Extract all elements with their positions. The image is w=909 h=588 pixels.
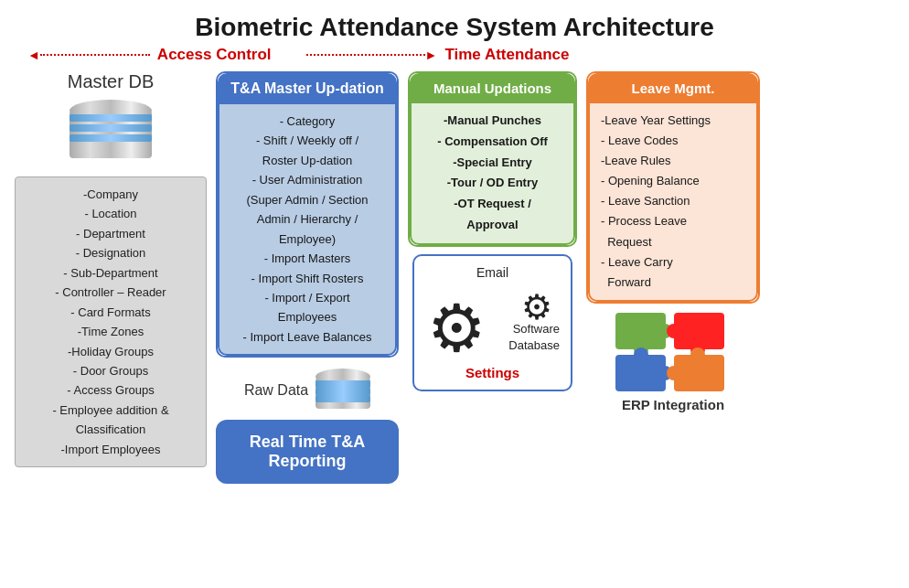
ta-master-box: T&A Master Up-dation - Category - Shift … <box>216 71 399 358</box>
master-item: - Card Formats <box>25 303 197 322</box>
settings-title: Settings <box>423 365 561 380</box>
master-item: - Designation <box>25 243 197 262</box>
master-item: -Import Employees <box>25 440 197 459</box>
svg-point-4 <box>667 324 681 338</box>
master-item: - Department <box>25 224 197 243</box>
ta-master-heading: T&A Master Up-dation <box>218 73 397 104</box>
leave-column: Leave Mgmt. -Leave Year Settings - Leave… <box>586 71 760 412</box>
manual-updations-box: Manual Updations -Manual Punches - Compe… <box>408 71 577 247</box>
master-item: Classification <box>25 420 197 439</box>
leave-mgmt-box: Leave Mgmt. -Leave Year Settings - Leave… <box>586 71 760 304</box>
manual-column: Manual Updations -Manual Punches - Compe… <box>408 71 577 391</box>
header-arrows: ◄ Access Control ► Time Attendance <box>0 46 909 64</box>
erp-box: ERP Integration <box>594 311 754 412</box>
leave-heading: Leave Mgmt. <box>588 73 758 103</box>
master-item: - Door Groups <box>25 361 197 380</box>
svg-point-11 <box>690 347 705 362</box>
leave-body: -Leave Year Settings - Leave Codes -Leav… <box>588 103 758 302</box>
master-item: -Company <box>25 185 197 204</box>
master-item: - Employee addition & <box>25 401 197 420</box>
gear-big-icon: ⚙ <box>427 295 487 361</box>
master-item: - Access Groups <box>25 380 197 400</box>
raw-data-label: Raw Data <box>244 382 308 399</box>
master-item: - Location <box>25 204 197 223</box>
main-content: Master DB -Company - Location - Departme… <box>0 66 909 489</box>
master-item: -Time Zones <box>25 322 197 341</box>
access-control-label: Access Control <box>157 46 272 64</box>
raw-data-icon <box>315 369 370 412</box>
svg-point-8 <box>634 347 648 362</box>
reporting-box: Real Time T&A Reporting <box>216 420 399 484</box>
software-label: Software <box>513 322 560 336</box>
master-db-items: -Company - Location - Department - Desig… <box>15 176 207 467</box>
time-attendance-label: Time Attendance <box>444 46 569 64</box>
master-db-icon <box>70 100 152 164</box>
ta-master-body: - Category - Shift / Weekly off / Roster… <box>218 104 397 356</box>
settings-box: Email ⚙ ⚙ Software Database Settings <box>412 254 572 391</box>
manual-body: -Manual Punches - Compensation Off -Spec… <box>410 103 575 245</box>
master-db-heading: Master DB <box>68 71 154 92</box>
erp-label: ERP Integration <box>594 397 754 412</box>
reporting-label2: Reporting <box>230 452 384 471</box>
manual-heading: Manual Updations <box>410 73 575 103</box>
master-item: - Sub-Department <box>25 263 197 283</box>
svg-point-10 <box>667 366 681 380</box>
reporting-label1: Real Time T&A <box>230 433 384 452</box>
master-item: - Controller – Reader <box>25 283 197 302</box>
master-db-column: Master DB -Company - Location - Departme… <box>15 71 207 467</box>
database-label: Database <box>508 338 560 352</box>
page-title: Biometric Attendance System Architecture <box>0 0 909 46</box>
puzzle-icon <box>614 311 733 393</box>
email-label: Email <box>423 265 561 280</box>
raw-data-row: Raw Data <box>244 369 370 412</box>
ta-master-column: T&A Master Up-dation - Category - Shift … <box>216 71 399 484</box>
master-item: -Holiday Groups <box>25 342 197 361</box>
